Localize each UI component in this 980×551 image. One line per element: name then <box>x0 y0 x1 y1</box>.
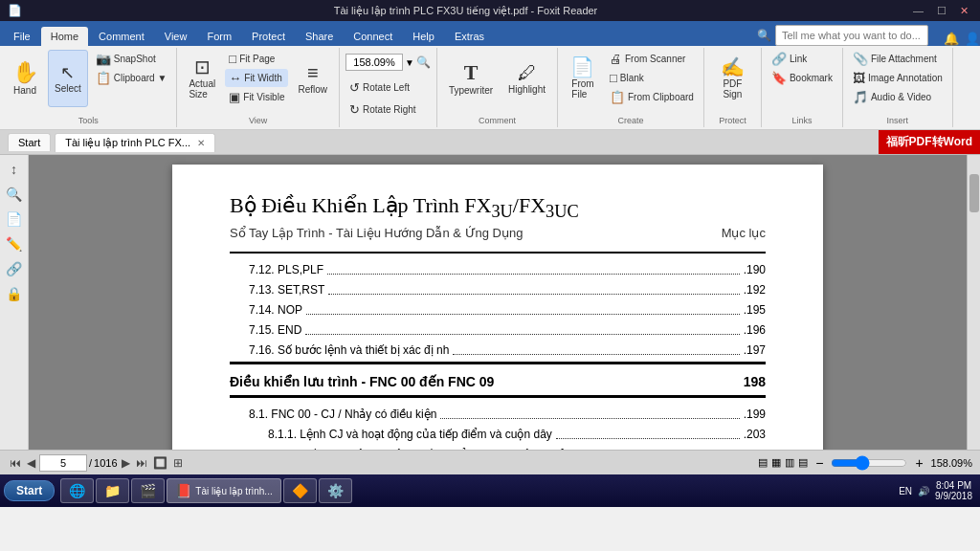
link-button[interactable]: 🔗 Link <box>768 50 836 68</box>
doc-tab-close[interactable]: ✕ <box>197 138 205 148</box>
zoom-out-button[interactable]: − <box>815 455 823 471</box>
toc-716-dots <box>453 338 739 355</box>
zoom-tool[interactable]: 🔍 <box>4 184 25 205</box>
doc-tab-start[interactable]: Start <box>8 133 51 151</box>
zoom-slider[interactable] <box>831 455 907 471</box>
nav-prev-button[interactable]: ◀ <box>25 456 37 470</box>
user-icon[interactable]: 👤 <box>965 32 980 46</box>
page-number-input[interactable] <box>39 454 87 472</box>
tab-help[interactable]: Help <box>403 27 444 46</box>
vertical-scrollbar[interactable] <box>967 155 980 450</box>
clipboard-icon: 📋 <box>96 71 111 85</box>
audio-video-label: Audio & Video <box>871 92 931 102</box>
select-tool-button[interactable]: ↖ Select <box>48 50 88 107</box>
from-file-label: FromFile <box>571 78 593 99</box>
lock-tool[interactable]: 🔒 <box>4 283 25 304</box>
fit-visible-button[interactable]: ▣ Fit Visible <box>225 88 288 106</box>
taskbar-item-ie[interactable]: 🌐 <box>60 478 94 503</box>
rotate-left-button[interactable]: ↺ Rotate Left <box>345 78 413 97</box>
zoom-input[interactable] <box>345 54 403 71</box>
nav-first-button[interactable]: ⏮ <box>8 456 23 470</box>
toc-81-page: .199 <box>744 406 766 423</box>
status-icon-2[interactable]: ▦ <box>771 456 781 469</box>
from-file-button[interactable]: 📄 FromFile <box>564 50 602 107</box>
tab-comment[interactable]: Comment <box>89 27 154 46</box>
nav-last-button[interactable]: ⏭ <box>134 456 149 470</box>
ribbon-search-input[interactable] <box>775 25 928 46</box>
continuous-view-button[interactable]: ⊞ <box>171 456 185 470</box>
doc-tab-document[interactable]: Tài liệu lập trình PLC FX... ✕ <box>55 133 215 152</box>
highlight-button[interactable]: 🖊 Highlight <box>502 50 551 107</box>
page-tool[interactable]: 📄 <box>4 209 25 230</box>
typewriter-button[interactable]: T Typewriter <box>443 50 499 107</box>
zoom-in-button[interactable]: + <box>915 455 923 471</box>
hand-tool-button[interactable]: ✋ Hand <box>6 50 44 107</box>
link-tool[interactable]: 🔗 <box>4 258 25 279</box>
from-scanner-button[interactable]: 🖨 From Scanner <box>606 50 698 68</box>
ie-icon: 🌐 <box>69 483 85 498</box>
tab-view[interactable]: View <box>155 27 197 46</box>
select-label: Select <box>55 83 81 94</box>
reflow-button[interactable]: ≡ Reflow <box>292 50 333 107</box>
reflow-icon: ≡ <box>307 63 319 82</box>
watermark-badge[interactable]: 福昕PDF转Word <box>879 130 980 154</box>
tab-connect[interactable]: Connect <box>344 27 402 46</box>
tab-home[interactable]: Home <box>41 27 88 46</box>
pdf-sign-button[interactable]: ✍ PDFSign <box>713 50 751 107</box>
status-icon-1[interactable]: ▤ <box>758 456 768 469</box>
blank-button[interactable]: □ Blank <box>606 69 698 87</box>
lang-indicator[interactable]: EN <box>899 486 912 496</box>
folder-icon: 📁 <box>104 483 121 498</box>
ribbon-group-tools: ✋ Hand ↖ Select 📷 SnapShot 📋 Clipboard ▼… <box>0 48 177 127</box>
tools-subgroup: 📷 SnapShot 📋 Clipboard ▼ <box>92 50 170 100</box>
ribbon-group-protect: ✍ PDFSign Protect <box>704 48 762 127</box>
notification-icon[interactable]: 🔔 <box>944 32 959 46</box>
status-icon-4[interactable]: ▤ <box>798 456 808 469</box>
pdf-sign-icon: ✍ <box>721 57 745 77</box>
taskbar-item-media[interactable]: 🎬 <box>131 478 165 503</box>
taskbar-item-folder[interactable]: 📁 <box>96 478 129 503</box>
image-annotation-button[interactable]: 🖼 Image Annotation <box>849 69 947 87</box>
maximize-button[interactable]: ☐ <box>933 5 950 17</box>
tab-protect[interactable]: Protect <box>242 27 295 46</box>
image-annotation-label: Image Annotation <box>868 73 943 83</box>
file-attachment-button[interactable]: 📎 File Attachment <box>849 50 947 68</box>
edit-tool[interactable]: ✏️ <box>4 233 25 254</box>
snapshot-label: SnapShot <box>114 54 156 64</box>
volume-icon[interactable]: 🔊 <box>918 486 929 496</box>
tab-form[interactable]: Form <box>197 27 241 46</box>
toc-81-text: 8.1. FNC 00 - CJ / Nhảy có điều kiện <box>249 406 436 423</box>
taskbar-item-foxit[interactable]: 📕 Tài liệu lập trình... <box>167 478 280 503</box>
toc-714-page: .195 <box>744 301 766 319</box>
tab-extras[interactable]: Extras <box>445 27 494 46</box>
tab-file[interactable]: File <box>4 27 40 46</box>
fit-width-button[interactable]: ↔ Fit Width <box>225 69 288 87</box>
file-attachment-icon: 📎 <box>853 52 868 66</box>
clipboard-button[interactable]: 📋 Clipboard ▼ <box>92 69 170 87</box>
fit-page-button[interactable]: □ Fit Page <box>225 50 288 68</box>
actual-size-button[interactable]: ⊡ ActualSize <box>183 50 221 107</box>
snapshot-button[interactable]: 📷 SnapShot <box>92 50 170 68</box>
tab-share[interactable]: Share <box>296 27 343 46</box>
close-button[interactable]: ✕ <box>956 5 972 17</box>
start-button[interactable]: Start <box>4 480 55 501</box>
fit-page-button-status[interactable]: 🔲 <box>151 456 169 470</box>
taskbar-item-app1[interactable]: 🔶 <box>283 478 317 503</box>
from-file-icon: 📄 <box>570 57 594 77</box>
ribbon: ✋ Hand ↖ Select 📷 SnapShot 📋 Clipboard ▼… <box>0 46 980 130</box>
zoom-dropdown-icon[interactable]: ▼ <box>405 57 414 68</box>
scroll-thumb[interactable] <box>969 174 979 212</box>
nav-next-button[interactable]: ▶ <box>120 456 132 470</box>
doc-tab-bar: Start Tài liệu lập trình PLC FX... ✕ 福昕P… <box>0 130 980 155</box>
taskbar-item-app2[interactable]: ⚙️ <box>319 478 352 503</box>
create-subgroup: 🖨 From Scanner □ Blank 📋 From Clipboard <box>606 50 698 120</box>
nav-tool[interactable]: ↕ <box>4 159 25 180</box>
zoom-search-icon[interactable]: 🔍 <box>416 55 431 69</box>
from-clipboard-button[interactable]: 📋 From Clipboard <box>606 88 698 106</box>
toc-item-81: 8.1. FNC 00 - CJ / Nhảy có điều kiện .19… <box>230 406 766 423</box>
bookmark-button[interactable]: 🔖 Bookmark <box>768 69 836 87</box>
minimize-button[interactable]: — <box>909 5 927 17</box>
rotate-right-button[interactable]: ↻ Rotate Right <box>345 100 420 119</box>
audio-video-button[interactable]: 🎵 Audio & Video <box>849 88 947 106</box>
status-icon-3[interactable]: ▥ <box>785 456 794 469</box>
